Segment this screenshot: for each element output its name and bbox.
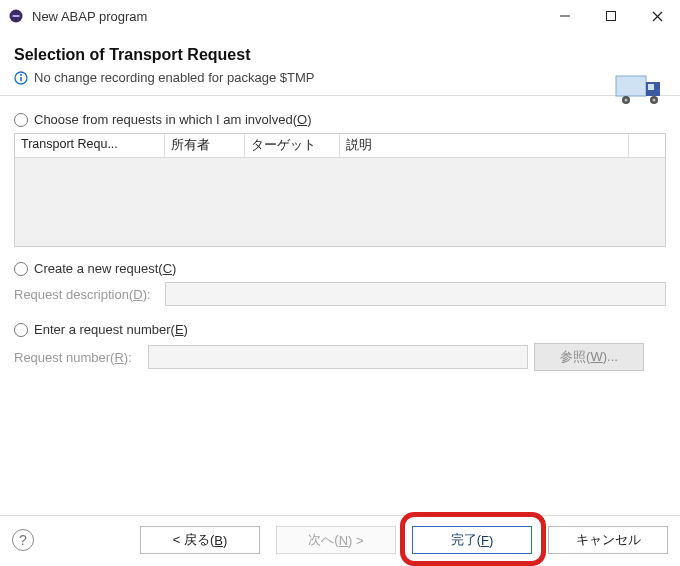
label-text: ) > bbox=[348, 533, 364, 548]
table-body-empty bbox=[15, 158, 665, 246]
browse-button[interactable]: 参照(W)... bbox=[534, 343, 644, 371]
request-number-label: Request number(R): bbox=[14, 350, 142, 365]
dialog-content: Choose from requests in which I am invol… bbox=[0, 96, 680, 371]
mnemonic: C bbox=[163, 261, 172, 276]
col-owner[interactable]: 所有者 bbox=[165, 134, 245, 157]
back-button[interactable]: < 戻る(B) bbox=[140, 526, 260, 554]
table-header-row: Transport Requ... 所有者 ターゲット 説明 bbox=[15, 134, 665, 158]
label-text: Enter a request number( bbox=[34, 322, 175, 337]
radio-enter-request-number[interactable]: Enter a request number(E) bbox=[14, 322, 666, 337]
window-controls bbox=[542, 0, 680, 32]
minimize-button[interactable] bbox=[542, 0, 588, 32]
svg-rect-11 bbox=[648, 84, 654, 90]
finish-button[interactable]: 完了(F) bbox=[412, 526, 532, 554]
label-text: 参照( bbox=[560, 349, 590, 364]
mnemonic: E bbox=[175, 322, 184, 337]
label-text: ) bbox=[172, 261, 176, 276]
info-message: No change recording enabled for package … bbox=[14, 70, 666, 85]
next-button[interactable]: 次へ(N) > bbox=[276, 526, 396, 554]
radio-create-label: Create a new request(C) bbox=[34, 261, 176, 276]
finish-highlight: 完了(F) bbox=[412, 526, 532, 554]
label-text: ) bbox=[184, 322, 188, 337]
svg-point-15 bbox=[653, 99, 656, 102]
col-spacer bbox=[629, 134, 665, 157]
window-title: New ABAP program bbox=[32, 9, 542, 24]
radio-choose-from-requests[interactable]: Choose from requests in which I am invol… bbox=[14, 112, 666, 127]
close-button[interactable] bbox=[634, 0, 680, 32]
radio-create-input[interactable] bbox=[14, 262, 28, 276]
wizard-buttons: < 戻る(B) 次へ(N) > 完了(F) キャンセル bbox=[140, 526, 668, 554]
dialog-header: Selection of Transport Request No change… bbox=[0, 32, 680, 96]
svg-rect-8 bbox=[20, 77, 22, 81]
mnemonic: F bbox=[481, 533, 489, 548]
radio-create-new-request[interactable]: Create a new request(C) bbox=[14, 261, 666, 276]
info-icon bbox=[14, 71, 28, 85]
mnemonic: N bbox=[339, 533, 348, 548]
label-text: ) bbox=[223, 533, 227, 548]
label-text: ): bbox=[143, 287, 151, 302]
svg-rect-9 bbox=[616, 76, 646, 96]
app-icon bbox=[8, 8, 24, 24]
radio-enter-input[interactable] bbox=[14, 323, 28, 337]
page-title: Selection of Transport Request bbox=[14, 46, 666, 64]
label-text: Request number( bbox=[14, 350, 114, 365]
svg-rect-1 bbox=[13, 15, 20, 17]
maximize-button[interactable] bbox=[588, 0, 634, 32]
col-target[interactable]: ターゲット bbox=[245, 134, 340, 157]
mnemonic: R bbox=[114, 350, 123, 365]
mnemonic: D bbox=[133, 287, 142, 302]
mnemonic: O bbox=[297, 112, 307, 127]
truck-icon bbox=[614, 70, 670, 113]
svg-point-14 bbox=[625, 99, 628, 102]
mnemonic: W bbox=[590, 349, 602, 364]
svg-rect-3 bbox=[607, 12, 616, 21]
request-number-row: Request number(R): 参照(W)... bbox=[14, 343, 666, 371]
radio-enter-label: Enter a request number(E) bbox=[34, 322, 188, 337]
label-text: ) bbox=[489, 533, 493, 548]
request-description-row: Request description(D): bbox=[14, 282, 666, 306]
label-text: 次へ( bbox=[308, 531, 338, 549]
cancel-button[interactable]: キャンセル bbox=[548, 526, 668, 554]
radio-choose-input[interactable] bbox=[14, 113, 28, 127]
label-text: 完了( bbox=[451, 531, 481, 549]
label-text: Create a new request( bbox=[34, 261, 163, 276]
svg-point-7 bbox=[20, 74, 22, 76]
dialog-footer: ? < 戻る(B) 次へ(N) > 完了(F) キャンセル bbox=[0, 515, 680, 566]
request-description-input[interactable] bbox=[165, 282, 666, 306]
radio-choose-label: Choose from requests in which I am invol… bbox=[34, 112, 311, 127]
label-text: Choose from requests in which I am invol… bbox=[34, 112, 297, 127]
help-button[interactable]: ? bbox=[12, 529, 34, 551]
label-text: < 戻る( bbox=[173, 531, 215, 549]
label-text: )... bbox=[603, 349, 618, 364]
info-text: No change recording enabled for package … bbox=[34, 70, 314, 85]
label-text: ): bbox=[124, 350, 132, 365]
request-description-label: Request description(D): bbox=[14, 287, 159, 302]
window-titlebar: New ABAP program bbox=[0, 0, 680, 32]
label-text: Request description( bbox=[14, 287, 133, 302]
label-text: ) bbox=[307, 112, 311, 127]
col-description[interactable]: 説明 bbox=[340, 134, 629, 157]
col-transport-request[interactable]: Transport Requ... bbox=[15, 134, 165, 157]
requests-table[interactable]: Transport Requ... 所有者 ターゲット 説明 bbox=[14, 133, 666, 247]
request-number-input[interactable] bbox=[148, 345, 528, 369]
label-text: キャンセル bbox=[576, 531, 641, 549]
mnemonic: B bbox=[214, 533, 223, 548]
